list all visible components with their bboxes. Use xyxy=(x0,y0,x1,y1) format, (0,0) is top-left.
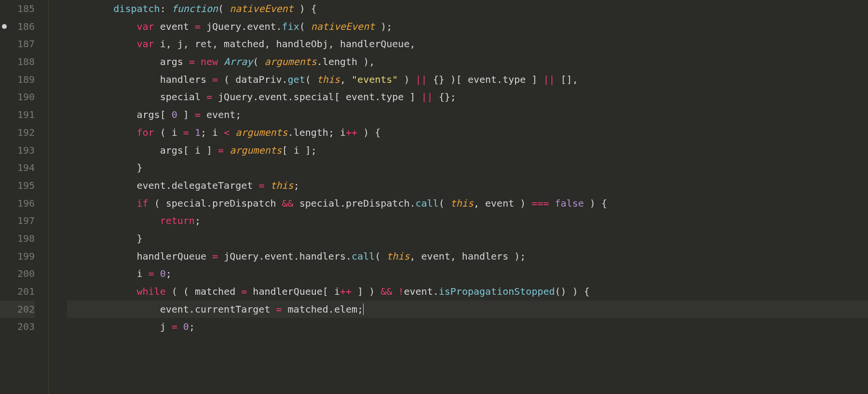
token-op: = xyxy=(212,250,218,262)
token-ident xyxy=(195,56,201,67)
token-call: call xyxy=(416,197,439,209)
token-false: false xyxy=(555,197,584,209)
line-number[interactable]: 189 xyxy=(0,71,35,89)
token-op: = xyxy=(241,286,247,297)
token-num: 0 xyxy=(160,268,166,279)
token-call: isPropagationStopped xyxy=(439,286,555,297)
token-ident: jQuery.event.handlers. xyxy=(218,250,352,262)
token-ident: event; xyxy=(201,109,241,120)
token-ident: ] xyxy=(177,109,195,120)
line-number[interactable]: 190 xyxy=(0,88,35,106)
line-number[interactable]: 199 xyxy=(0,248,35,265)
code-line[interactable]: dispatch: function( nativeEvent ) { xyxy=(67,0,868,18)
code-line[interactable]: i = 0; xyxy=(67,265,868,283)
token-ident xyxy=(224,144,230,156)
token-punct: ; xyxy=(294,180,299,191)
line-number[interactable]: 194 xyxy=(0,159,35,177)
token-punct: ; xyxy=(189,321,195,332)
token-punct: , event ) xyxy=(474,197,531,209)
code-line[interactable]: } xyxy=(67,230,868,248)
code-line[interactable]: special = jQuery.event.special[ event.ty… xyxy=(67,88,868,106)
token-ident: args[ xyxy=(137,109,172,120)
token-punct xyxy=(549,197,555,209)
line-number[interactable]: 193 xyxy=(0,142,35,159)
line-number[interactable]: 202 xyxy=(0,301,35,318)
code-line[interactable]: handlers = ( dataPriv.get( this, "events… xyxy=(67,71,868,89)
token-punct: ] ) xyxy=(352,286,380,297)
line-number[interactable]: 198 xyxy=(0,230,35,248)
line-number[interactable]: 200 xyxy=(0,265,35,283)
token-ident xyxy=(177,321,183,332)
token-key: return xyxy=(160,215,195,226)
token-ident: handlers xyxy=(160,74,212,85)
token-ident: event.currentTarget xyxy=(160,303,276,315)
token-op: = xyxy=(183,127,189,138)
line-number[interactable]: 191 xyxy=(0,106,35,124)
code-area[interactable]: dispatch: function( nativeEvent ) { var … xyxy=(49,0,868,394)
code-line[interactable]: } xyxy=(67,159,868,177)
code-line[interactable]: if ( special.preDispatch && special.preD… xyxy=(67,195,868,212)
token-punct: ); xyxy=(375,21,392,32)
code-line[interactable]: handlerQueue = jQuery.event.handlers.cal… xyxy=(67,248,868,265)
token-op: = xyxy=(149,268,154,279)
code-editor[interactable]: 1851861871881891901911921931941951961971… xyxy=(0,0,868,394)
token-op: = xyxy=(212,74,218,85)
token-ident: jQuery.event. xyxy=(201,21,282,32)
token-key: var xyxy=(137,21,154,32)
token-num: 0 xyxy=(183,321,189,332)
code-line[interactable]: for ( i = 1; i < arguments.length; i++ )… xyxy=(67,124,868,142)
token-ident: [ i ]; xyxy=(282,144,317,156)
token-op: = xyxy=(258,180,264,191)
token-punct: .length ), xyxy=(317,56,375,67)
token-punct: handlerQueue[ i xyxy=(247,286,340,297)
line-number[interactable]: 192 xyxy=(0,124,35,142)
line-number[interactable]: 187 xyxy=(0,35,35,53)
token-ident xyxy=(218,56,224,67)
token-punct xyxy=(189,127,195,138)
line-number[interactable]: 195 xyxy=(0,177,35,195)
line-number[interactable]: 203 xyxy=(0,318,35,336)
line-number[interactable]: 197 xyxy=(0,212,35,230)
token-punct: ) { xyxy=(584,197,607,209)
token-this: arguments xyxy=(230,144,282,156)
token-op: < xyxy=(224,127,230,138)
code-line[interactable]: return; xyxy=(67,212,868,230)
token-punct: ( xyxy=(375,250,386,262)
line-number-gutter[interactable]: 1851861871881891901911921931941951961971… xyxy=(0,0,43,394)
code-line[interactable]: while ( ( matched = handlerQueue[ i++ ] … xyxy=(67,283,868,301)
token-punct: ( xyxy=(299,21,311,32)
code-line[interactable]: args = new Array( arguments.length ), xyxy=(67,53,868,71)
token-ident: matched.elem; xyxy=(282,303,364,315)
token-punct xyxy=(392,286,398,297)
line-number[interactable]: 196 xyxy=(0,195,35,212)
token-op: = xyxy=(206,91,212,103)
token-punct: } xyxy=(137,233,143,244)
text-cursor xyxy=(363,303,364,315)
code-line[interactable]: args[ i ] = arguments[ i ]; xyxy=(67,142,868,159)
code-line[interactable]: event.currentTarget = matched.elem; xyxy=(67,301,868,318)
token-op: === xyxy=(531,197,549,209)
token-op: ! xyxy=(398,286,404,297)
token-punct: special.preDispatch. xyxy=(294,197,416,209)
code-line[interactable]: event.delegateTarget = this; xyxy=(67,177,868,195)
token-this: this xyxy=(450,197,474,209)
token-ident xyxy=(264,180,270,191)
token-punct: ( xyxy=(218,3,230,14)
token-op: = xyxy=(195,21,201,32)
token-punct: : xyxy=(160,3,172,14)
line-number[interactable]: 201 xyxy=(0,283,35,301)
line-number[interactable]: 185 xyxy=(0,0,35,18)
token-punct: ( xyxy=(439,197,450,209)
line-number[interactable]: 188 xyxy=(0,53,35,71)
code-line[interactable]: j = 0; xyxy=(67,318,868,336)
token-ident: special xyxy=(160,91,206,103)
code-line[interactable]: var event = jQuery.event.fix( nativeEven… xyxy=(67,18,868,36)
token-punct xyxy=(230,127,235,138)
token-key: var xyxy=(137,38,154,50)
line-number[interactable]: 186 xyxy=(0,18,35,36)
token-punct: ) { xyxy=(294,3,317,14)
code-line[interactable]: var i, j, ret, matched, handleObj, handl… xyxy=(67,35,868,53)
code-line[interactable]: args[ 0 ] = event; xyxy=(67,106,868,124)
token-ident: jQuery.event.special[ event.type ] xyxy=(212,91,421,103)
token-op: = xyxy=(276,303,282,315)
